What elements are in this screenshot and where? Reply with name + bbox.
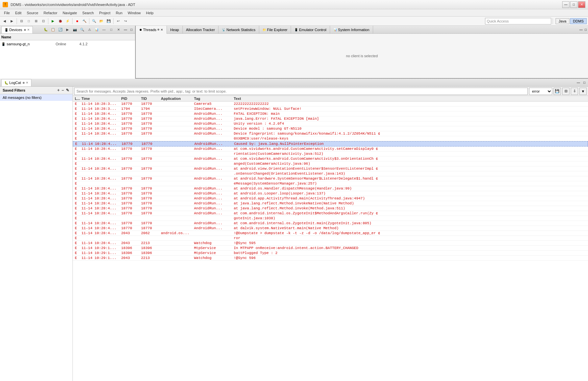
table-row[interactable]: E11-14 10:29:1...20432213Watchdog!@Sync …	[73, 256, 588, 261]
table-row[interactable]: EeMessage(SystemSensorManager.java:257)	[73, 181, 588, 186]
table-row[interactable]: Eanged(CustomCameraActivity.java:96)	[73, 161, 588, 166]
toolbar-profile[interactable]: ⚡	[64, 18, 71, 24]
devices-btn-11[interactable]: ✕	[115, 26, 122, 33]
logcat-panel-minimize[interactable]: —	[576, 80, 581, 85]
table-row[interactable]: Eror	[73, 236, 588, 241]
tab-heap[interactable]: Heap	[167, 26, 182, 34]
toolbar-btn-3[interactable]: ⊞	[33, 18, 39, 24]
filter-all-messages[interactable]: All messages (no filters)	[0, 94, 73, 101]
table-row[interactable]: E.onSensorChanged(OrientationEventListen…	[73, 171, 588, 176]
toolbar-back[interactable]: ◀	[1, 18, 8, 24]
menu-source[interactable]: Source	[24, 10, 41, 16]
tab-fileexplorer[interactable]: 📁 File Explorer	[259, 26, 291, 34]
logcat-panel-maximize[interactable]: □	[582, 80, 587, 85]
log-search-input[interactable]	[74, 88, 528, 95]
logcat-tab-close[interactable]: ✕	[26, 81, 28, 84]
table-row[interactable]: E11-14 10:28:4...1877018770AndroidRun...…	[73, 186, 588, 191]
table-row[interactable]: E11-14 10:28:4...1877018770AndroidRun...…	[73, 156, 588, 161]
table-row[interactable]: E11-14 10:29:1...1839618396MtpServicebat…	[73, 251, 588, 256]
threads-tab-close[interactable]: ✕	[161, 28, 163, 31]
table-row[interactable]: E11-14 10:28:4...1877018770AndroidRun...…	[73, 166, 588, 171]
right-panel-maximize[interactable]: □	[583, 27, 588, 32]
toolbar-run[interactable]: ▶	[50, 18, 56, 24]
tab-threads[interactable]: ⏺ Threads ⊛ ✕	[136, 26, 167, 34]
toolbar-undo[interactable]: ↩	[115, 18, 122, 24]
devices-tab-close[interactable]: ✕	[27, 28, 30, 31]
table-row[interactable]: E11-14 10:28:4...1877018770AndroidRun...…	[73, 211, 588, 216]
perspective-java[interactable]: Java	[556, 18, 569, 24]
devices-panel-maximize[interactable]: □	[129, 27, 134, 32]
tab-emulator[interactable]: 📱 Emulator Control	[291, 26, 330, 34]
devices-btn-6[interactable]: 🔍	[79, 26, 85, 33]
devices-btn-7[interactable]: ⚠	[86, 26, 93, 33]
devices-btn-3[interactable]: 🔄	[57, 26, 64, 33]
menu-search[interactable]: Search	[80, 10, 97, 16]
table-row[interactable]: E11-14 10:28:3...1877018770Camrera522222…	[73, 102, 588, 106]
table-row[interactable]: E11-14 10:28:4...1877018770AndroidRun...…	[73, 116, 588, 121]
table-row[interactable]: E11-14 10:28:4...1877018770AndroidRun...…	[73, 111, 588, 116]
devices-tab[interactable]: 📱 Devices ⊛ ✕	[1, 26, 33, 33]
devices-btn-8[interactable]: 📊	[93, 26, 100, 33]
table-row[interactable]: E11-14 10:28:4...1877018770AndroidRun...…	[73, 147, 588, 151]
table-row[interactable]: E11-14 10:28:4...1877018770AndroidRun...…	[73, 131, 588, 136]
quick-access-box[interactable]: Quick Access	[485, 18, 551, 24]
table-row[interactable]: E11-14 10:29:1...1839618396MtpServiceIn …	[73, 246, 588, 251]
edit-filter-btn[interactable]: ✎	[65, 88, 70, 93]
toolbar-debug[interactable]: 🐞	[57, 18, 64, 24]
menu-edit[interactable]: Edit	[13, 10, 24, 16]
remove-filter-btn[interactable]: −	[61, 88, 65, 93]
tab-allocation[interactable]: Allocation Tracker	[183, 26, 219, 34]
table-row[interactable]: E11-14 10:28:4...1877018770AndroidRun...…	[73, 221, 588, 226]
devices-btn-10[interactable]: □	[108, 26, 115, 33]
table-row[interactable]: E11-14 10:28:3...17941794ISecCamera...se…	[73, 106, 588, 111]
log-save-btn[interactable]: 💾	[554, 88, 561, 95]
table-row[interactable]: E11-14 10:28:4...1877018770AndroidRun...…	[73, 126, 588, 131]
toolbar-btn-4[interactable]: ⊡	[40, 18, 47, 24]
log-clear-btn[interactable]: ⊟	[562, 88, 569, 95]
log-scroll-btn[interactable]: ⇩	[571, 88, 578, 95]
table-row[interactable]: E11-14 10:28:4...1877018770AndroidRun...…	[73, 141, 588, 147]
right-panel-minimize[interactable]: —	[579, 27, 583, 32]
menu-navigate[interactable]: Navigate	[60, 10, 79, 16]
menu-window[interactable]: Window	[125, 10, 143, 16]
table-row[interactable]: EgoteInit.java:1038)	[73, 216, 588, 221]
table-row[interactable]: Erientation(CustomCameraActivity.java:51…	[73, 151, 588, 156]
devices-btn-5[interactable]: 📷	[72, 26, 78, 33]
table-row[interactable]: E0XXBMC9:user/release-keys	[73, 136, 588, 141]
menu-refactor[interactable]: Refactor	[41, 10, 60, 16]
table-row[interactable]: E11-14 10:28:4...1877018770AndroidRun...…	[73, 201, 588, 206]
minimize-button[interactable]: —	[562, 1, 569, 8]
add-filter-btn[interactable]: +	[57, 88, 60, 93]
toolbar-search[interactable]: 🔍	[91, 18, 97, 24]
table-row[interactable]: E11-14 10:28:4...1877018770AndroidRun...…	[73, 191, 588, 196]
tab-network[interactable]: 📡 Network Statistics	[219, 26, 259, 34]
devices-btn-4[interactable]: ▶	[64, 26, 71, 33]
devices-btn-1[interactable]: 🐛	[42, 26, 49, 33]
logcat-tab[interactable]: 🐛 LogCat ⊛ ✕	[1, 79, 31, 86]
toolbar-build[interactable]: 🔨	[81, 18, 88, 24]
table-row[interactable]: E11-14 10:28:4...20432213Watchdog!@Sync …	[73, 241, 588, 246]
toolbar-stop[interactable]: ■	[74, 18, 80, 24]
toolbar-forward[interactable]: ▶	[9, 18, 15, 24]
maximize-button[interactable]: □	[570, 1, 577, 8]
devices-btn-2[interactable]: 📋	[50, 26, 56, 33]
devices-panel-minimize[interactable]: —	[123, 27, 128, 32]
toolbar-btn-1[interactable]: ⊟	[18, 18, 25, 24]
log-level-select[interactable]: error verbose debug info warn assert	[529, 88, 552, 95]
device-row-1[interactable]: 📱 samsung-gt_n Online 4.1.2	[0, 40, 135, 48]
toolbar-redo[interactable]: ↪	[122, 18, 129, 24]
table-row[interactable]: E11-14 10:28:4...1877018770AndroidRun...…	[73, 206, 588, 211]
table-row[interactable]: E11-14 10:28:4...1877018770AndroidRun...…	[73, 196, 588, 201]
toolbar-save[interactable]: 💾	[105, 18, 112, 24]
toolbar-btn-2[interactable]: □	[25, 18, 32, 24]
table-row[interactable]: E11-14 10:28:4...1877018770AndroidRun...…	[73, 226, 588, 231]
menu-project[interactable]: Project	[96, 10, 113, 16]
close-button[interactable]: ✕	[578, 1, 585, 8]
table-row[interactable]: E11-14 10:28:4...20432062android.os...!@…	[73, 231, 588, 236]
devices-btn-9[interactable]: —	[101, 26, 107, 33]
menu-file[interactable]: File	[1, 10, 13, 16]
table-row[interactable]: E11-14 10:28:4...1877018770AndroidRun...…	[73, 176, 588, 181]
table-row[interactable]: E11-14 10:28:4...1877018770AndroidRun...…	[73, 121, 588, 126]
menu-help[interactable]: Help	[143, 10, 156, 16]
tab-sysinfo[interactable]: 📊 System Information	[330, 26, 373, 34]
